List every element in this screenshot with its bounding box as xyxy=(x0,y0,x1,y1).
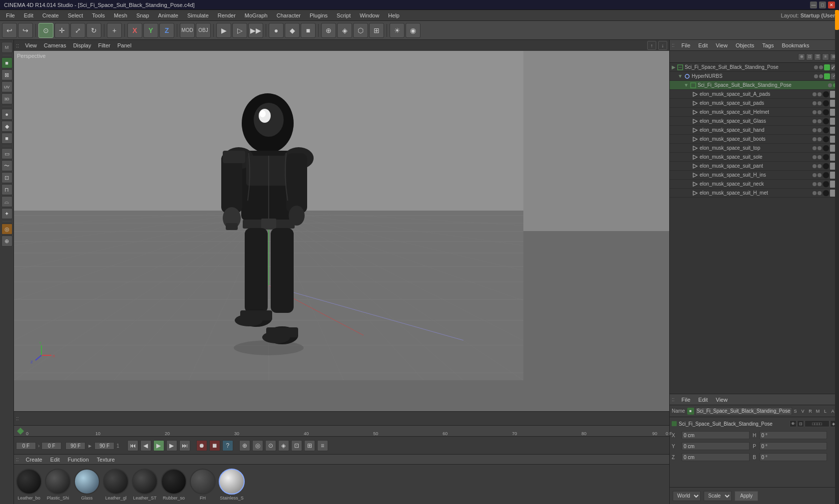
menu-file[interactable]: File xyxy=(2,11,19,19)
attr-menu-view[interactable]: View xyxy=(713,396,731,404)
lt-bp-3d-btn[interactable]: 3D xyxy=(1,93,12,104)
start-frame-input[interactable] xyxy=(41,442,61,450)
close-button[interactable]: ✕ xyxy=(828,1,835,8)
mat-rubber-so[interactable]: Rubber_so xyxy=(161,469,187,501)
lt-poly-btn[interactable]: ■ xyxy=(1,133,12,144)
lt-gen-btn[interactable]: ✦ xyxy=(1,208,12,219)
prev-frame-button[interactable]: ◀ xyxy=(140,440,151,451)
obj-child-0[interactable]: elon_musk_space_suit_A_pads xyxy=(670,90,839,99)
lt-edge-btn[interactable]: ◆ xyxy=(1,121,12,132)
lt-obj-btn[interactable]: ● xyxy=(1,109,12,120)
anim-btn5[interactable]: ⊡ xyxy=(291,440,302,451)
lt-extra-btn[interactable]: ⊕ xyxy=(1,236,12,247)
mat-fh[interactable]: FH xyxy=(190,469,216,501)
play-button[interactable]: ▶ xyxy=(153,440,164,451)
attr-menu-edit[interactable]: Edit xyxy=(695,396,711,404)
menu-animate[interactable]: Animate xyxy=(154,11,182,19)
menu-create[interactable]: Create xyxy=(38,11,63,19)
mat-stainless-s[interactable]: Stainless_S xyxy=(219,469,245,501)
lt-floor-btn[interactable]: ▭ xyxy=(1,148,12,159)
menu-window[interactable]: Window xyxy=(356,11,383,19)
scale-select[interactable]: Scale xyxy=(704,491,732,501)
obj-menu-edit[interactable]: Edit xyxy=(695,41,711,49)
right-scrollbar[interactable] xyxy=(835,10,839,504)
attr-eye-btn[interactable]: 👁 xyxy=(790,420,797,427)
rotate-tool-button[interactable]: ↻ xyxy=(86,23,101,38)
vp-menu-view[interactable]: View xyxy=(22,41,40,49)
obj-child-3[interactable]: elon_musk_space_suit_Glass xyxy=(670,117,839,126)
object-mode-btn[interactable]: OBJ xyxy=(196,23,211,38)
obj-toolbar-btn1[interactable]: ⊕ xyxy=(798,53,805,60)
auto-key-button[interactable]: ⏹ xyxy=(209,440,220,451)
obj-hypernurbs[interactable]: ▼ HyperNURBS ✓ xyxy=(670,72,839,81)
polys-mode-btn[interactable]: ■ xyxy=(301,23,316,38)
menu-mesh[interactable]: Mesh xyxy=(110,11,131,19)
skip-start-button[interactable]: ⏮ xyxy=(127,440,138,451)
vp-menu-panel[interactable]: Panel xyxy=(114,41,134,49)
obj-menu-bookmarks[interactable]: Bookmarks xyxy=(779,41,812,49)
points-mode-btn[interactable]: ● xyxy=(269,23,284,38)
apply-button[interactable]: Apply xyxy=(735,491,758,501)
undo-button[interactable]: ↩ xyxy=(2,23,17,38)
obj-child-5[interactable]: elon_musk_space_suit_boots xyxy=(670,135,839,144)
minimize-button[interactable]: — xyxy=(810,1,817,8)
obj-child-10[interactable]: elon_musk_space_suit_neck xyxy=(670,180,839,189)
obj-menu-file[interactable]: File xyxy=(679,41,694,49)
select-tool-button[interactable]: ⊙ xyxy=(38,23,53,38)
obj-toolbar-btn4[interactable]: ≡ xyxy=(822,53,829,60)
attr-b-val[interactable] xyxy=(760,453,828,461)
current-frame-input[interactable] xyxy=(16,442,36,450)
mat-menu-function[interactable]: Function xyxy=(65,456,92,464)
scale-tool-button[interactable]: ⤢ xyxy=(70,23,85,38)
render-view-btn[interactable]: ▶ xyxy=(216,23,231,38)
mat-leather-bo[interactable]: Leather_bo xyxy=(16,469,42,501)
obj-child-6[interactable]: elon_musk_space_suit_top xyxy=(670,144,839,153)
attr-lock-btn[interactable]: ⊡ xyxy=(797,420,804,427)
mat-glass[interactable]: Glass xyxy=(74,469,100,501)
menu-render[interactable]: Render xyxy=(214,11,240,19)
attr-obj-btn[interactable]: ■ xyxy=(687,408,694,415)
obj-child-1[interactable]: elon_musk_space_suit_pads xyxy=(670,99,839,108)
menu-tools[interactable]: Tools xyxy=(88,11,109,19)
mat-menu-edit[interactable]: Edit xyxy=(47,456,63,464)
record-button[interactable]: ⏺ xyxy=(196,440,207,451)
anim-btn2[interactable]: ◎ xyxy=(252,440,263,451)
x-axis-btn[interactable]: X xyxy=(127,23,142,38)
anim-btn4[interactable]: ◈ xyxy=(278,440,289,451)
camera-btn[interactable]: ◉ xyxy=(406,23,420,38)
mat-menu-create[interactable]: Create xyxy=(23,456,45,464)
attr-h-val[interactable] xyxy=(760,431,828,439)
redo-button[interactable]: ↪ xyxy=(18,23,33,38)
move-tool-button[interactable]: ✛ xyxy=(54,23,69,38)
attr-expand-btn[interactable]: □□□□ xyxy=(805,420,830,427)
menu-help[interactable]: Help xyxy=(384,11,404,19)
world-select[interactable]: World xyxy=(673,491,701,501)
menu-select[interactable]: Select xyxy=(64,11,87,19)
menu-character[interactable]: Character xyxy=(273,11,305,19)
lt-bp-uv-btn[interactable]: UV xyxy=(1,81,12,92)
menu-mograph[interactable]: MoGraph xyxy=(241,11,272,19)
anim-btn7[interactable]: ≡ xyxy=(317,440,328,451)
obj-toolbar-btn2[interactable]: ⊡ xyxy=(806,53,813,60)
attr-x-pos[interactable] xyxy=(682,431,750,439)
obj-child-2[interactable]: elon_musk_space_suit_Helmet xyxy=(670,108,839,117)
maximize-button[interactable]: □ xyxy=(819,1,826,8)
lt-mesh2-btn[interactable]: ⊡ xyxy=(1,172,12,183)
vp-menu-filter[interactable]: Filter xyxy=(95,41,113,49)
new-object-button[interactable]: + xyxy=(107,23,122,38)
attr-y-pos[interactable] xyxy=(682,442,750,450)
obj-root[interactable]: ▶ Sci_Fi_Space_Suit_Black_Standing_Pose … xyxy=(670,63,839,72)
viewport[interactable]: :: View Cameras Display Filter Panel ↑ ↓… xyxy=(14,40,669,411)
menu-edit[interactable]: Edit xyxy=(20,11,37,19)
mat-leather-st[interactable]: Leather_ST xyxy=(132,469,158,501)
vp-config-btn[interactable]: ↓ xyxy=(658,41,667,50)
skip-end-button[interactable]: ⏭ xyxy=(179,440,190,451)
render-btn[interactable]: ▷ xyxy=(232,23,247,38)
obj-child-4[interactable]: elon_musk_space_suit_hand xyxy=(670,126,839,135)
menu-snap[interactable]: Snap xyxy=(132,11,153,19)
z-axis-btn[interactable]: Z xyxy=(159,23,174,38)
lt-texture-btn[interactable]: ⊠ xyxy=(1,69,12,80)
end-frame-input[interactable] xyxy=(65,442,85,450)
mat-leather-gl[interactable]: Leather_gl xyxy=(103,469,129,501)
lt-nurbs-btn[interactable]: ⊓ xyxy=(1,184,12,195)
